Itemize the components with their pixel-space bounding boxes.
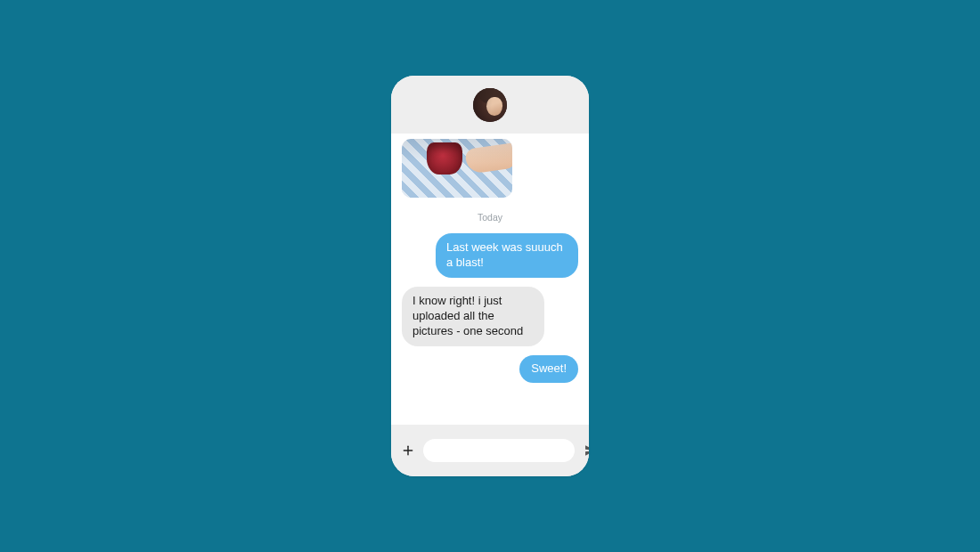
message-list[interactable]: Today Last week was suuuch a blast! I kn… <box>391 134 589 425</box>
contact-avatar[interactable] <box>473 88 507 122</box>
message-text: Last week was suuuch a blast! <box>446 240 563 269</box>
chat-window: Today Last week was suuuch a blast! I kn… <box>391 76 589 476</box>
message-text: I know right! i just uploaded all the pi… <box>412 294 523 337</box>
plus-icon <box>402 444 414 457</box>
message-bubble-sent[interactable]: Last week was suuuch a blast! <box>436 233 578 278</box>
date-separator: Today <box>402 212 578 223</box>
send-icon <box>584 443 589 458</box>
message-input[interactable] <box>423 439 575 462</box>
message-text: Sweet! <box>531 361 567 375</box>
message-bubble-sent[interactable]: Sweet! <box>519 355 578 383</box>
image-message[interactable] <box>402 139 512 198</box>
message-bubble-received[interactable]: I know right! i just uploaded all the pi… <box>402 287 544 346</box>
send-button[interactable] <box>584 442 589 459</box>
avatar-shade <box>473 88 507 122</box>
composer-bar <box>391 425 589 476</box>
chat-header <box>391 76 589 134</box>
photo-shade <box>402 139 512 198</box>
attach-button[interactable] <box>402 442 414 459</box>
